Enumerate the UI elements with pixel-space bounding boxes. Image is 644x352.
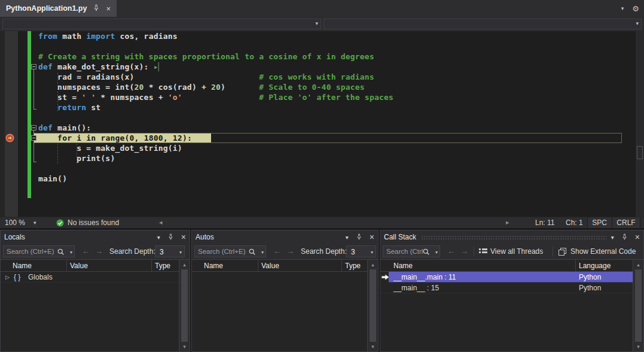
code-token: st = bbox=[38, 93, 81, 102]
scroll-down-icon[interactable]: ▾ bbox=[633, 344, 643, 350]
zoom-level[interactable]: 100 % bbox=[5, 219, 25, 227]
locals-title-bar[interactable]: Locals ▾ × bbox=[1, 230, 190, 244]
scroll-up-icon[interactable]: ▴ bbox=[633, 262, 643, 268]
show-external-code-button[interactable]: Show External Code bbox=[570, 247, 636, 256]
show-external-code-icon[interactable] bbox=[558, 247, 566, 258]
code-line[interactable]: def main(): bbox=[38, 123, 393, 133]
hscroll-right-icon[interactable]: ▸ bbox=[506, 219, 509, 226]
callstack-column-headers[interactable]: Name Language bbox=[380, 260, 643, 272]
search-prev-icon[interactable]: ← bbox=[447, 247, 455, 256]
close-icon[interactable]: × bbox=[370, 234, 374, 240]
breakpoint-current-statement-icon[interactable] bbox=[5, 133, 14, 145]
scrollbar-thumb[interactable] bbox=[637, 146, 643, 159]
window-position-icon[interactable]: ▾ bbox=[157, 234, 160, 241]
code-line[interactable]: main() bbox=[38, 174, 393, 184]
close-icon[interactable]: × bbox=[181, 234, 186, 240]
code-line[interactable]: # Create a string with spaces proportion… bbox=[38, 51, 393, 62]
zoom-dropdown-icon[interactable]: ▾ bbox=[33, 220, 36, 226]
scroll-up-icon[interactable]: ▴ bbox=[179, 262, 190, 268]
gear-icon[interactable]: ⚙ bbox=[632, 4, 639, 13]
search-prev-icon[interactable]: ← bbox=[273, 247, 281, 256]
code-line[interactable]: s = make_dot_string(i) bbox=[38, 143, 393, 153]
navigation-bar: ▾ ▾ bbox=[0, 17, 644, 31]
locals-column-headers[interactable]: Name Value Type bbox=[1, 260, 190, 272]
close-icon[interactable]: × bbox=[635, 234, 640, 240]
scrollbar-thumb[interactable] bbox=[635, 269, 642, 342]
pin-icon[interactable] bbox=[621, 233, 628, 241]
pin-icon[interactable] bbox=[356, 233, 362, 241]
search-input[interactable]: Search (Ctrl+E) ▾ bbox=[194, 245, 266, 257]
search-next-icon[interactable]: → bbox=[95, 247, 103, 256]
callstack-scrollbar[interactable]: ▴ ▾ bbox=[633, 260, 643, 351]
column-indicator[interactable]: Ch: 1 bbox=[566, 219, 583, 227]
autos-rows bbox=[192, 272, 367, 351]
search-options-icon[interactable]: ▾ bbox=[435, 250, 438, 255]
scroll-up-icon[interactable]: ▴ bbox=[368, 262, 378, 268]
issues-status[interactable]: No issues found bbox=[68, 219, 119, 227]
tab-pythonapplication1[interactable]: PythonApplication1.py × bbox=[0, 0, 117, 17]
code-editor[interactable]: from math import cos, radians# Create a … bbox=[0, 31, 644, 217]
pin-icon[interactable] bbox=[93, 4, 100, 13]
object-icon: { } bbox=[14, 272, 20, 283]
code-token: * numspaces + bbox=[96, 93, 167, 102]
code-token: 'o' bbox=[168, 93, 182, 102]
autos-column-headers[interactable]: Name Value Type bbox=[192, 260, 378, 272]
search-depth-select[interactable]: 3 ▾ bbox=[155, 245, 185, 257]
search-next-icon[interactable]: → bbox=[460, 247, 468, 256]
scroll-down-icon[interactable]: ▾ bbox=[179, 344, 190, 350]
code-token: return bbox=[57, 103, 86, 112]
search-options-icon[interactable]: ▾ bbox=[261, 250, 264, 255]
code-line[interactable] bbox=[38, 113, 393, 123]
breakpoint-gutter[interactable] bbox=[5, 31, 18, 217]
code-line[interactable]: return st bbox=[38, 102, 393, 113]
code-line[interactable]: for i in range(0, 1800, 12): bbox=[38, 133, 393, 143]
search-input[interactable]: Search (Ctrl+E) ▾ bbox=[3, 245, 75, 257]
expand-icon[interactable]: ▷ bbox=[5, 272, 10, 283]
outline-bracket[interactable] bbox=[33, 69, 36, 110]
member-dropdown[interactable]: ▾ bbox=[323, 19, 642, 29]
search-input[interactable]: Search (Ctrl ▾ bbox=[383, 245, 440, 257]
fold-collapse-icon[interactable] bbox=[31, 135, 36, 141]
code-token: ): bbox=[182, 133, 192, 142]
close-icon[interactable]: × bbox=[106, 4, 111, 13]
autos-scrollbar[interactable]: ▴ ▾ bbox=[367, 260, 378, 351]
scrollbar-thumb[interactable] bbox=[181, 269, 188, 342]
callstack-title-bar[interactable]: Call Stack ▾ × bbox=[380, 230, 643, 244]
code-line[interactable]: def make_dot_string(x): ▸▏ bbox=[38, 62, 393, 72]
search-options-icon[interactable]: ▾ bbox=[70, 250, 72, 255]
search-prev-icon[interactable]: ← bbox=[82, 247, 90, 256]
type-dropdown[interactable]: ▾ bbox=[2, 19, 321, 29]
stack-frame-row[interactable]: __main__.main : 11Python bbox=[380, 272, 633, 283]
fold-collapse-icon[interactable] bbox=[31, 64, 36, 69]
search-next-icon[interactable]: → bbox=[286, 247, 294, 256]
window-position-icon[interactable]: ▾ bbox=[346, 234, 349, 241]
health-check-icon[interactable] bbox=[56, 219, 64, 229]
view-all-threads-button[interactable]: View all Threads bbox=[490, 247, 543, 256]
variable-row[interactable]: ▷{ }Globals bbox=[1, 272, 179, 283]
code-line[interactable]: numspaces = int(20 * cos(rad) + 20) # Sc… bbox=[38, 82, 393, 92]
stack-frame-row[interactable]: __main__ : 15Python bbox=[380, 283, 633, 293]
pin-icon[interactable] bbox=[167, 233, 174, 241]
editor-vertical-scrollbar[interactable] bbox=[636, 31, 644, 217]
code-line[interactable] bbox=[38, 41, 393, 51]
spaces-indicator[interactable]: SPC bbox=[587, 217, 611, 229]
autos-title-bar[interactable]: Autos ▾ × bbox=[192, 230, 378, 244]
view-all-threads-icon[interactable] bbox=[479, 247, 487, 258]
scroll-down-icon[interactable]: ▾ bbox=[368, 344, 378, 350]
code-line[interactable] bbox=[38, 163, 393, 174]
code-token: st bbox=[86, 103, 100, 112]
hscroll-left-icon[interactable]: ◂ bbox=[159, 219, 163, 226]
line-indicator[interactable]: Ln: 11 bbox=[535, 219, 554, 227]
locals-scrollbar[interactable]: ▴ ▾ bbox=[179, 260, 190, 351]
eol-indicator[interactable]: CRLF bbox=[612, 217, 640, 229]
code-line[interactable]: print(s) bbox=[38, 153, 393, 163]
search-depth-select[interactable]: 3 ▾ bbox=[346, 245, 376, 257]
window-dropdown-icon[interactable]: ▾ bbox=[621, 5, 624, 11]
fold-collapse-icon[interactable] bbox=[31, 125, 36, 131]
scrollbar-thumb[interactable] bbox=[370, 269, 376, 342]
code-line[interactable]: st = ' ' * numspaces + 'o' # Place 'o' a… bbox=[38, 92, 393, 102]
code-line[interactable]: from math import cos, radians bbox=[38, 31, 393, 41]
window-position-icon[interactable]: ▾ bbox=[611, 234, 614, 241]
code-line[interactable]: rad = radians(x) # cos works with radian… bbox=[38, 72, 393, 82]
title-grip-texture bbox=[421, 235, 606, 239]
